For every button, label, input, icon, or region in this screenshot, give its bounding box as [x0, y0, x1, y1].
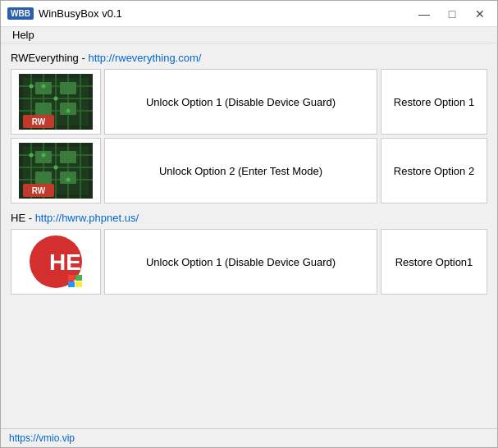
svg-text:HE: HE — [49, 249, 81, 275]
maximize-button[interactable]: □ — [441, 5, 463, 23]
svg-point-17 — [66, 109, 71, 113]
help-menu[interactable]: Help — [7, 27, 39, 43]
svg-point-14 — [30, 85, 34, 89]
svg-point-36 — [54, 166, 58, 170]
window-controls: — □ ✕ — [413, 5, 491, 23]
svg-rect-43 — [75, 275, 82, 281]
rw-icon-1: RW — [11, 69, 101, 135]
rweverything-label: RWEverything - http://rweverything.com/ — [11, 52, 487, 64]
app-logo: WBB — [7, 7, 34, 20]
he-link[interactable]: http://hwrw.phpnet.us/ — [35, 212, 139, 224]
main-window: WBB WinBusyBox v0.1 — □ ✕ Help RWEveryth… — [0, 0, 498, 448]
rw-restore-2-button[interactable]: Restore Option 2 — [381, 138, 487, 203]
title-bar: WBB WinBusyBox v0.1 — □ ✕ — [1, 1, 497, 27]
svg-point-16 — [54, 97, 58, 101]
svg-rect-42 — [68, 275, 75, 281]
minimize-button[interactable]: — — [413, 5, 435, 23]
he-label: HE - http://hwrw.phpnet.us/ — [11, 212, 487, 224]
status-link[interactable]: https://vmio.vip — [9, 432, 75, 444]
app-title: WinBusyBox v0.1 — [39, 7, 413, 20]
close-button[interactable]: ✕ — [469, 5, 491, 23]
svg-point-37 — [66, 178, 71, 182]
he-section: HE - http://hwrw.phpnet.us/ HE — [11, 212, 487, 295]
svg-text:RW: RW — [32, 117, 46, 126]
he-option-row-1: HE Unlock Option 1 (Disable Device Guard… — [11, 229, 487, 295]
svg-rect-32 — [35, 171, 52, 184]
svg-rect-11 — [60, 82, 76, 94]
svg-point-15 — [42, 85, 46, 89]
rw-restore-1-button[interactable]: Restore Option 1 — [381, 69, 487, 135]
rw-option-row-1: RW Unlock Option 1 (Disable Device Guard… — [11, 69, 487, 135]
svg-rect-44 — [68, 281, 75, 287]
he-restore-1-button[interactable]: Restore Option1 — [381, 229, 487, 295]
rw-unlock-2-button[interactable]: Unlock Option 2 (Enter Test Mode) — [104, 138, 377, 203]
rw-option-row-2: RW Unlock Option 2 (Enter Test Mode) Res… — [11, 138, 487, 203]
rw-icon-2: RW — [11, 138, 101, 203]
he-icon-1: HE — [11, 229, 101, 295]
svg-point-34 — [30, 153, 34, 158]
svg-rect-45 — [75, 281, 82, 287]
rweverything-section: RWEverything - http://rweverything.com/ — [11, 52, 487, 203]
status-bar: https://vmio.vip — [1, 428, 497, 447]
menu-bar: Help — [1, 27, 497, 43]
rweverything-link[interactable]: http://rweverything.com/ — [88, 52, 201, 64]
rweverything-options: RW Unlock Option 1 (Disable Device Guard… — [11, 69, 487, 203]
svg-point-35 — [42, 153, 46, 158]
svg-rect-31 — [60, 151, 76, 163]
svg-rect-12 — [35, 103, 52, 115]
he-options: HE Unlock Option 1 (Disable Device Guard… — [11, 229, 487, 295]
content-area: RWEverything - http://rweverything.com/ — [1, 43, 497, 428]
rw-unlock-1-button[interactable]: Unlock Option 1 (Disable Device Guard) — [104, 69, 377, 135]
he-unlock-1-button[interactable]: Unlock Option 1 (Disable Device Guard) — [104, 229, 377, 295]
svg-text:RW: RW — [32, 186, 46, 195]
